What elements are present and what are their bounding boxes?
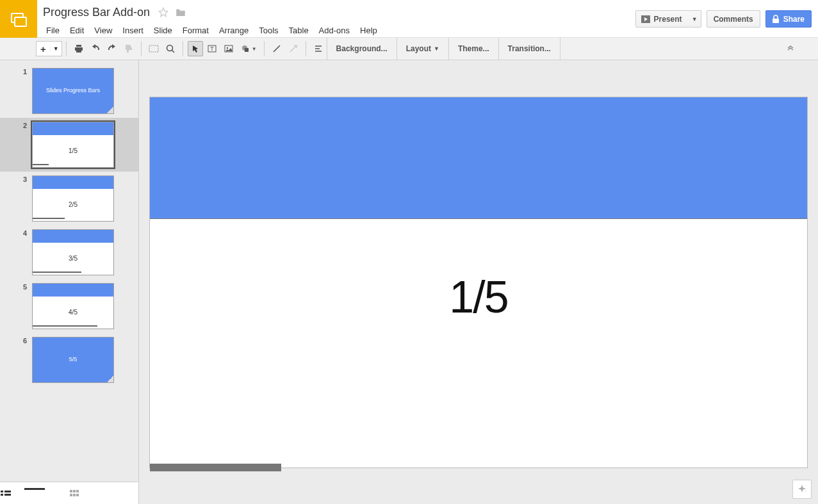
theme-button[interactable]: Theme...	[448, 38, 498, 60]
collapse-toolbar-button[interactable]	[786, 44, 808, 53]
textbox-tool[interactable]: T	[204, 41, 220, 56]
menu-slide[interactable]: Slide	[149, 23, 177, 38]
select-tool[interactable]	[188, 41, 203, 56]
svg-line-6	[172, 51, 174, 53]
explore-button[interactable]	[792, 480, 812, 499]
background-button[interactable]: Background...	[327, 38, 397, 60]
shape-tool[interactable]: ▼	[238, 41, 259, 56]
slide-thumbnail[interactable]: 32/5	[0, 172, 138, 225]
arrow-tool[interactable]	[286, 41, 301, 56]
svg-rect-22	[70, 494, 72, 496]
slide-thumbnail[interactable]: 65/5	[0, 333, 138, 387]
menu-tools[interactable]: Tools	[254, 23, 283, 38]
header-right: Present ▼ Comments Share	[635, 0, 818, 38]
comments-button[interactable]: Comments	[707, 10, 760, 28]
line-tool[interactable]	[269, 41, 284, 56]
undo-button[interactable]	[88, 41, 103, 56]
share-label: Share	[783, 15, 805, 24]
current-slide[interactable]: 1/5	[150, 97, 807, 467]
chevron-down-icon: ▼	[50, 45, 61, 52]
thumbnail-number: 3	[0, 175, 32, 222]
slide-progress-bar[interactable]	[150, 464, 281, 471]
thumbnail-preview[interactable]: 3/5	[32, 229, 114, 275]
slide-header-shape[interactable]	[150, 97, 807, 219]
thumbnail-preview[interactable]: Slides Progress Bars	[32, 68, 114, 114]
thumbnail-text: 1/5	[33, 147, 113, 154]
zoom-button[interactable]	[163, 41, 178, 56]
slide-panel: 1Slides Progress Bars21/532/543/554/565/…	[0, 60, 139, 504]
star-icon[interactable]	[158, 7, 168, 17]
thumbnail-preview[interactable]: 4/5	[32, 283, 114, 329]
image-tool[interactable]	[221, 41, 236, 56]
chevron-down-icon: ▼	[692, 16, 698, 22]
thumbnail-preview[interactable]: 5/5	[32, 337, 114, 383]
present-label: Present	[654, 15, 682, 24]
document-title[interactable]: Progress Bar Add-on	[41, 5, 152, 20]
thumbnail-text: 5/5	[33, 356, 113, 362]
menu-bar: File Edit View Insert Slide Format Arran…	[41, 22, 382, 38]
menu-format[interactable]: Format	[177, 23, 214, 38]
present-dropdown[interactable]: ▼	[689, 10, 701, 28]
svg-point-5	[167, 45, 172, 51]
thumbnail-number: 6	[0, 337, 32, 383]
svg-line-13	[274, 45, 280, 52]
thumbnail-text: 2/5	[33, 201, 113, 208]
svg-rect-1	[15, 17, 26, 26]
svg-rect-21	[76, 490, 79, 492]
slide-thumbnail[interactable]: 54/5	[0, 279, 138, 333]
new-slide-button[interactable]: + ▼	[36, 41, 62, 56]
app-header: Progress Bar Add-on File Edit View Inser…	[0, 0, 818, 38]
slide-thumbnail[interactable]: 43/5	[0, 225, 138, 279]
play-icon	[641, 15, 650, 23]
svg-rect-19	[70, 490, 72, 492]
svg-rect-3	[773, 19, 779, 23]
thumbnail-preview[interactable]: 1/5	[32, 122, 114, 168]
svg-rect-16	[4, 491, 11, 492]
share-button[interactable]: Share	[765, 10, 812, 28]
svg-rect-17	[1, 494, 3, 496]
thumbnail-text: 4/5	[33, 309, 113, 316]
slide-thumbnail[interactable]: 1Slides Progress Bars	[0, 64, 138, 118]
thumbnail-number: 5	[0, 283, 32, 329]
layout-button[interactable]: Layout▼	[397, 38, 448, 60]
menu-table[interactable]: Table	[284, 23, 314, 38]
slides-icon	[10, 11, 27, 28]
menu-addons[interactable]: Add-ons	[314, 23, 355, 38]
svg-rect-23	[73, 494, 76, 496]
menu-arrange[interactable]: Arrange	[214, 23, 254, 38]
transition-button[interactable]: Transition...	[498, 38, 560, 60]
menu-edit[interactable]: Edit	[65, 23, 89, 38]
svg-line-14	[290, 46, 296, 52]
plus-icon: +	[37, 44, 50, 54]
thumbnail-preview[interactable]: 2/5	[32, 175, 114, 222]
menu-view[interactable]: View	[89, 23, 117, 38]
canvas[interactable]: 1/5	[139, 60, 818, 504]
thumbnail-number: 1	[0, 68, 32, 114]
lock-icon	[771, 15, 780, 24]
slide-thumbnail[interactable]: 21/5	[0, 118, 138, 172]
menu-file[interactable]: File	[41, 23, 65, 38]
fit-button[interactable]	[146, 41, 161, 56]
toolbar: + ▼ T ▼ Background...	[0, 38, 818, 60]
app-logo[interactable]	[0, 0, 37, 38]
redo-button[interactable]	[104, 41, 120, 56]
paint-format-button[interactable]	[121, 41, 136, 56]
menu-insert[interactable]: Insert	[117, 23, 149, 38]
thumbnail-number: 4	[0, 229, 32, 275]
comments-label: Comments	[714, 15, 753, 24]
menu-help[interactable]: Help	[355, 23, 382, 38]
slide-text[interactable]: 1/5	[449, 272, 507, 323]
title-area: Progress Bar Add-on File Edit View Inser…	[37, 0, 386, 38]
svg-rect-15	[1, 491, 3, 492]
align-button[interactable]	[311, 41, 326, 56]
filmstrip-view-button[interactable]	[0, 489, 69, 498]
present-button[interactable]: Present	[635, 10, 689, 28]
thumbnail-number: 2	[0, 122, 32, 168]
chevron-down-icon: ▼	[434, 45, 439, 52]
grid-view-button[interactable]	[69, 489, 138, 498]
print-button[interactable]	[71, 41, 86, 56]
main-area: 1Slides Progress Bars21/532/543/554/565/…	[0, 60, 818, 504]
svg-rect-20	[73, 490, 76, 492]
svg-point-10	[226, 47, 227, 49]
folder-icon[interactable]	[175, 7, 186, 17]
